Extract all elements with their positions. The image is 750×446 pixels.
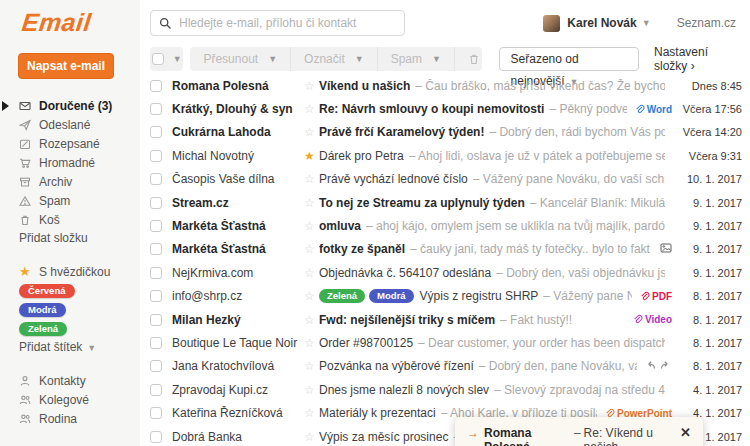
- user-menu[interactable]: Karel Novák: [567, 16, 636, 30]
- sidebar-item-drafts[interactable]: Rozepsané: [0, 134, 140, 153]
- email-date: Včera 14:20: [678, 126, 742, 138]
- email-row[interactable]: Markéta Šťastná ☆ omluva – ahoj kájo, om…: [140, 214, 750, 237]
- chevron-down-icon: ▼: [87, 343, 96, 353]
- label-pill-green[interactable]: Zelená: [19, 322, 67, 336]
- row-checkbox[interactable]: [150, 126, 162, 138]
- row-checkbox[interactable]: [150, 103, 162, 115]
- label-pill[interactable]: Zelená: [319, 289, 365, 303]
- label-pill-red[interactable]: Červená: [19, 284, 75, 298]
- select-all-checkbox[interactable]: [152, 53, 164, 65]
- email-sender: Romana Polesná: [172, 79, 300, 93]
- chevron-down-icon[interactable]: ▼: [642, 18, 651, 28]
- search-icon: [159, 17, 172, 30]
- row-checkbox[interactable]: [150, 384, 162, 396]
- spam-button[interactable]: Spam▼: [378, 47, 455, 71]
- sidebar-item-inbox[interactable]: Doručené (3): [0, 96, 140, 115]
- star-toggle[interactable]: ☆: [300, 125, 319, 139]
- move-button[interactable]: Přesunout▼: [190, 47, 291, 71]
- row-checkbox[interactable]: [150, 360, 162, 372]
- toast-sender: Romana Polesná: [484, 426, 571, 446]
- email-row[interactable]: Jana Kratochvílová ☆ Pozvánka na výběrov…: [140, 355, 750, 378]
- spam-label: Spam: [391, 47, 422, 71]
- email-row[interactable]: Romana Polesná ☆ Víkend u našich – Čau b…: [140, 74, 750, 97]
- row-checkbox[interactable]: [150, 431, 162, 443]
- star-toggle[interactable]: ☆: [300, 430, 319, 444]
- email-snippet: – ahoj kájo, omylem jsem se uklikla na t…: [366, 219, 665, 233]
- delete-button[interactable]: Smazat: [455, 47, 482, 71]
- chevron-down-icon: ▼: [268, 47, 277, 71]
- search-input[interactable]: [179, 16, 396, 30]
- sidebar-item-sent[interactable]: Odeslané: [0, 115, 140, 134]
- star-toggle[interactable]: ☆: [300, 219, 319, 233]
- email-row[interactable]: info@shrp.cz ☆ ZelenáModrá Výpis z regis…: [140, 285, 750, 308]
- add-label-link[interactable]: Přidat štítek▼: [0, 338, 140, 357]
- email-row[interactable]: Boutique Le Taque Noir ☆ Order #98700125…: [140, 331, 750, 354]
- email-row[interactable]: Cukrárna Lahoda ☆ Právě frčí Karamelový …: [140, 121, 750, 144]
- email-row[interactable]: Zpravodaj Kupi.cz ☆ Dnes jsme nalezli 8 …: [140, 378, 750, 401]
- star-toggle[interactable]: ☆: [300, 289, 319, 303]
- sidebar-item-spam[interactable]: Spam: [0, 191, 140, 210]
- email-row[interactable]: NejKrmiva.com ☆ Objednávka č. 564107 ode…: [140, 261, 750, 284]
- star-toggle[interactable]: ★: [300, 149, 319, 163]
- folder-settings-link[interactable]: Nastavení složky ›: [654, 45, 736, 73]
- star-toggle[interactable]: ☆: [300, 196, 319, 210]
- row-checkbox[interactable]: [150, 197, 162, 209]
- mark-button[interactable]: Označit▼: [291, 47, 378, 71]
- sort-button[interactable]: Seřazeno od nejnovější▼: [499, 47, 639, 71]
- sidebar-item-label: Kontakty: [39, 374, 86, 388]
- email-row[interactable]: Michal Novotný ★ Dárek pro Petra – Ahoj …: [140, 144, 750, 167]
- row-checkbox[interactable]: [150, 337, 162, 349]
- star-toggle[interactable]: ☆: [300, 383, 319, 397]
- portal-link[interactable]: Seznam.cz: [677, 16, 736, 30]
- email-subject: To nej ze Streamu za uplynulý týden: [319, 196, 525, 210]
- email-row[interactable]: Markéta Šťastná ☆ fotky ze španěl – čauk…: [140, 238, 750, 261]
- sidebar-item-bulk[interactable]: Hromadné: [0, 153, 140, 172]
- chevron-down-icon: ▼: [355, 47, 364, 71]
- star-toggle[interactable]: ☆: [300, 313, 319, 327]
- compose-button[interactable]: Napsat e-mail: [18, 53, 114, 79]
- sidebar-item-family[interactable]: Rodina: [0, 409, 140, 428]
- star-toggle[interactable]: ☆: [300, 406, 319, 420]
- row-checkbox[interactable]: [150, 243, 162, 255]
- email-date: 4. 1. 2017: [678, 384, 742, 396]
- email-row[interactable]: Krátký, Dlouhý & syn ☆ Re: Návrh smlouvy…: [140, 97, 750, 120]
- star-toggle[interactable]: ☆: [300, 79, 319, 93]
- move-label: Přesunout: [203, 47, 258, 71]
- row-checkbox[interactable]: [150, 407, 162, 419]
- sidebar-item-trash[interactable]: Koš: [0, 210, 140, 229]
- star-toggle[interactable]: ☆: [300, 336, 319, 350]
- sidebar-item-colleagues[interactable]: Kolegové: [0, 390, 140, 409]
- close-icon[interactable]: ✕: [680, 426, 691, 440]
- star-toggle[interactable]: ☆: [300, 266, 319, 280]
- email-date: 8. 1. 2017: [678, 314, 742, 326]
- inbox-icon: [19, 99, 32, 112]
- email-list: Romana Polesná ☆ Víkend u našich – Čau b…: [140, 74, 750, 446]
- sidebar-item-archive[interactable]: Archiv: [0, 172, 140, 191]
- email-row[interactable]: Milan Hezký ☆ Fwd: nejšílenější triky s …: [140, 308, 750, 331]
- row-checkbox[interactable]: [150, 220, 162, 232]
- add-folder-link[interactable]: Přidat složku: [0, 229, 140, 248]
- row-checkbox[interactable]: [150, 173, 162, 185]
- star-toggle[interactable]: ☆: [300, 102, 319, 116]
- label-pills: ZelenáModrá: [319, 289, 414, 303]
- star-toggle[interactable]: ☆: [300, 359, 319, 373]
- row-checkbox[interactable]: [150, 150, 162, 162]
- email-row[interactable]: Časopis Vaše dílna ☆ Právě vychází ledno…: [140, 168, 750, 191]
- select-all-control[interactable]: ▼: [150, 47, 183, 71]
- label-pill[interactable]: Modrá: [369, 289, 414, 303]
- label-pill-blue[interactable]: Modrá: [19, 303, 66, 317]
- email-subject: omluva: [319, 219, 361, 233]
- attachment-type: Word: [647, 104, 672, 115]
- row-checkbox[interactable]: [150, 267, 162, 279]
- star-toggle[interactable]: ☆: [300, 172, 319, 186]
- search-box[interactable]: [150, 10, 405, 36]
- avatar[interactable]: [543, 15, 560, 32]
- email-date: 9. 1. 2017: [678, 243, 742, 255]
- sidebar-item-starred[interactable]: ★ S hvězdičkou: [0, 262, 140, 281]
- row-checkbox[interactable]: [150, 290, 162, 302]
- row-checkbox[interactable]: [150, 80, 162, 92]
- star-toggle[interactable]: ☆: [300, 242, 319, 256]
- row-checkbox[interactable]: [150, 314, 162, 326]
- email-row[interactable]: Stream.cz ☆ To nej ze Streamu za uplynul…: [140, 191, 750, 214]
- sidebar-item-contacts[interactable]: Kontakty: [0, 371, 140, 390]
